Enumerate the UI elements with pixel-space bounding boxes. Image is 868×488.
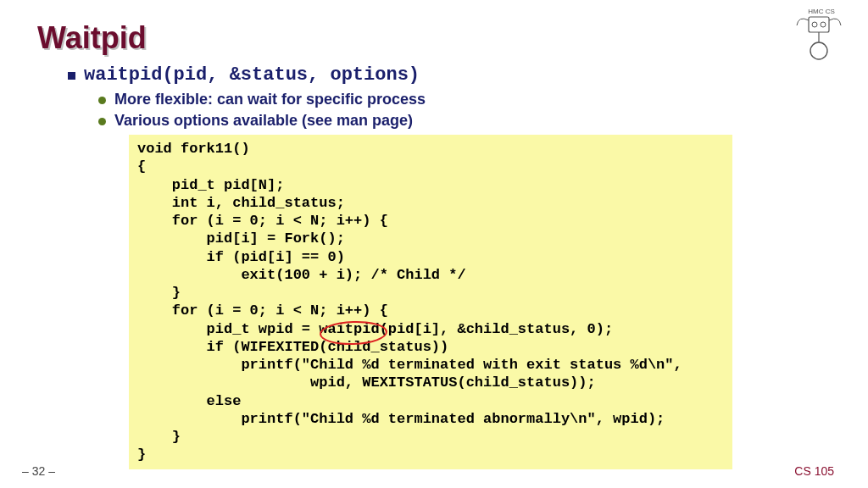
bullet-1-text: waitpid(pid, &status, options) xyxy=(84,64,420,86)
square-bullet-icon xyxy=(68,72,75,80)
sub-bullet-0: More flexible: can wait for specific pro… xyxy=(114,91,426,108)
code-text: void fork11() { pid_t pid[N]; int i, chi… xyxy=(137,140,724,464)
bullet-level-2: More flexible: can wait for specific pro… xyxy=(98,91,831,108)
sub-bullet-1: Various options available (see man page) xyxy=(114,112,413,130)
content-area: waitpid(pid, &status, options) More flex… xyxy=(37,64,831,469)
bullet-level-1: waitpid(pid, &status, options) xyxy=(68,64,831,86)
page-title: Waitpid xyxy=(37,20,831,56)
title-wrap: Waitpid Waitpid xyxy=(37,20,831,56)
code-block: void fork11() { pid_t pid[N]; int i, chi… xyxy=(129,135,732,469)
svg-text:HMC CS: HMC CS xyxy=(808,8,835,15)
sub-bullets: More flexible: can wait for specific pro… xyxy=(68,91,831,469)
round-bullet-icon xyxy=(98,118,106,125)
bullet-level-2: Various options available (see man page) xyxy=(98,112,831,130)
round-bullet-icon xyxy=(98,97,106,104)
slide: HMC CS Waitpid Waitpid waitpid(pid, &sta… xyxy=(0,0,868,488)
slide-number: – 32 – xyxy=(22,464,55,478)
course-label: CS 105 xyxy=(794,464,834,478)
